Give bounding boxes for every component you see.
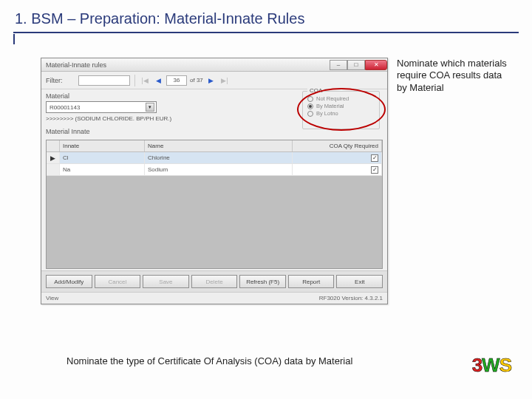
status-right: RF3020 Version: 4.3.2.1 (319, 295, 383, 301)
coa-option-by-material[interactable]: By Material (307, 103, 375, 109)
titlebar: Material-Innate rules – □ ✕ (41, 58, 387, 72)
radio-label: By Material (316, 103, 344, 109)
coa-option-by-lotno[interactable]: By Lotno (307, 110, 375, 117)
coa-option-not-required[interactable]: Not Required (307, 95, 375, 102)
slide-title: 1. BSM – Preparation: Material-Innate Ru… (0, 0, 532, 32)
nav-prev-icon[interactable]: ◀ (153, 75, 163, 86)
toolbar: Filter: |◀ ◀ 36 of 37 ▶ ▶| (41, 72, 387, 89)
filter-label: Filter: (46, 77, 75, 84)
callout-text: Nominate which materials require COA res… (397, 58, 508, 94)
material-combo[interactable]: R00001143 ▾ (46, 101, 157, 113)
cancel-button[interactable]: Cancel (95, 275, 141, 288)
nav-last-icon[interactable]: ▶| (219, 75, 230, 86)
cell-name: Chlorine (145, 152, 293, 163)
report-button[interactable]: Report (288, 275, 335, 288)
window-title: Material-Innate rules (46, 61, 330, 69)
title-rule (13, 32, 519, 33)
cell-innate: Cl (60, 152, 145, 163)
maximize-button[interactable]: □ (347, 60, 365, 70)
checkbox-icon[interactable]: ✓ (371, 154, 378, 162)
logo-s: S (499, 354, 511, 376)
row-selector: ▶ (47, 152, 60, 163)
button-bar: Add/Modify Cancel Save Delete Refresh (F… (41, 270, 387, 292)
logo-w: W (482, 354, 499, 376)
separator (134, 75, 135, 86)
radio-icon (307, 103, 313, 109)
grid-header: Innate Name COA Qty Required (47, 140, 382, 152)
cell-coa-qty: ✓ (293, 152, 382, 163)
status-left: View (46, 295, 58, 301)
refresh-button[interactable]: Refresh (F5) (239, 275, 286, 288)
title-tick (13, 34, 15, 44)
logo-3: 3 (472, 354, 482, 376)
add-modify-button[interactable]: Add/Modify (46, 275, 92, 288)
radio-label: By Lotno (316, 110, 338, 117)
coa-group: COA Not Required By Material By Lotno (302, 91, 380, 129)
logo: 3WS (472, 354, 511, 377)
close-button[interactable]: ✕ (365, 60, 387, 70)
col-name[interactable]: Name (145, 140, 293, 151)
cell-coa-qty: ✓ (293, 164, 382, 175)
nav-next-icon[interactable]: ▶ (206, 75, 216, 86)
grid: Innate Name COA Qty Required ▶ Cl Chlori… (46, 140, 383, 269)
radio-icon (307, 96, 313, 102)
save-button[interactable]: Save (143, 275, 189, 288)
footnote: Nominate the type of Certificate Of Anal… (66, 355, 352, 366)
col-innate[interactable]: Innate (60, 140, 145, 151)
row-selector (47, 164, 60, 175)
table-row[interactable]: Na Sodium ✓ (47, 164, 382, 176)
cell-name: Sodium (145, 164, 293, 175)
row-selector-header (47, 140, 60, 151)
table-row[interactable]: ▶ Cl Chlorine ✓ (47, 152, 382, 164)
app-window: Material-Innate rules – □ ✕ Filter: |◀ ◀… (41, 58, 388, 304)
checkbox-icon[interactable]: ✓ (371, 166, 378, 174)
material-value: R00001143 (50, 104, 80, 111)
body-panel: Material R00001143 ▾ >>>>>>>> (SODIUM CH… (41, 89, 387, 270)
cell-innate: Na (60, 164, 145, 175)
exit-button[interactable]: Exit (336, 275, 383, 288)
radio-label: Not Required (316, 95, 349, 102)
col-coa-qty[interactable]: COA Qty Required (293, 140, 382, 151)
record-position[interactable]: 36 (166, 75, 187, 86)
grid-empty-area (47, 176, 382, 268)
filter-input[interactable] (78, 75, 130, 86)
minimize-button[interactable]: – (330, 60, 347, 70)
delete-button[interactable]: Delete (191, 275, 238, 288)
coa-legend: COA (307, 87, 324, 94)
chevron-down-icon[interactable]: ▾ (146, 103, 154, 112)
statusbar: View RF3020 Version: 4.3.2.1 (41, 292, 387, 304)
radio-icon (307, 111, 313, 117)
record-of-label: of 37 (190, 77, 203, 83)
nav-first-icon[interactable]: |◀ (140, 75, 150, 86)
